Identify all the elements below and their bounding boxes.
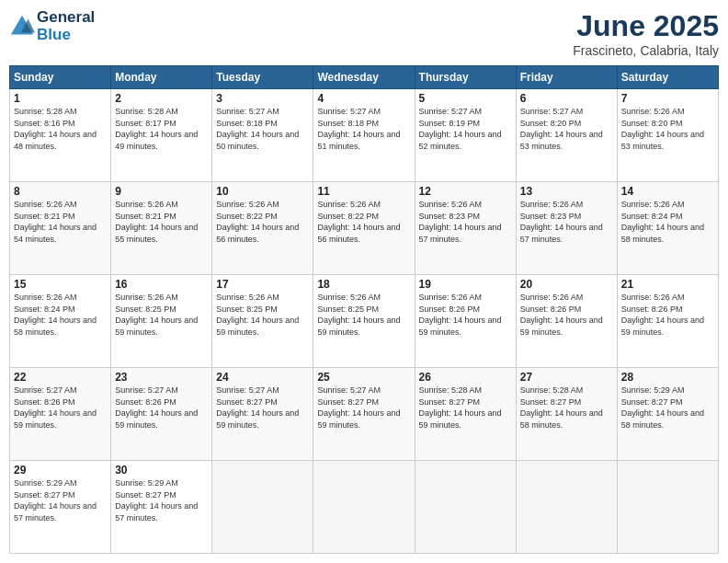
day-info: Sunrise: 5:27 AMSunset: 8:27 PMDaylight:… <box>216 385 299 430</box>
day-info: Sunrise: 5:28 AMSunset: 8:17 PMDaylight:… <box>115 107 198 151</box>
calendar-cell: 17Sunrise: 5:26 AMSunset: 8:25 PMDayligh… <box>212 275 313 368</box>
weekday-header: Wednesday <box>313 66 415 89</box>
day-number: 22 <box>14 371 107 384</box>
day-number: 26 <box>419 371 512 384</box>
day-number: 28 <box>621 371 714 384</box>
day-number: 9 <box>115 185 208 198</box>
month-title: June 2025 <box>573 9 719 43</box>
day-number: 13 <box>520 185 613 198</box>
day-info: Sunrise: 5:28 AMSunset: 8:16 PMDaylight:… <box>14 107 97 151</box>
calendar-cell: 19Sunrise: 5:26 AMSunset: 8:26 PMDayligh… <box>415 275 516 368</box>
calendar-cell: 12Sunrise: 5:26 AMSunset: 8:23 PMDayligh… <box>415 182 516 275</box>
day-number: 16 <box>115 278 208 291</box>
day-number: 23 <box>115 371 208 384</box>
day-info: Sunrise: 5:26 AMSunset: 8:24 PMDaylight:… <box>14 293 97 337</box>
calendar-cell <box>617 461 718 554</box>
calendar-cell: 4Sunrise: 5:27 AMSunset: 8:18 PMDaylight… <box>313 89 415 182</box>
calendar-cell: 3Sunrise: 5:27 AMSunset: 8:18 PMDaylight… <box>212 89 313 182</box>
weekday-header: Monday <box>111 66 212 89</box>
day-info: Sunrise: 5:28 AMSunset: 8:27 PMDaylight:… <box>520 385 603 430</box>
day-number: 20 <box>520 278 613 291</box>
calendar-cell: 5Sunrise: 5:27 AMSunset: 8:19 PMDaylight… <box>415 89 516 182</box>
day-info: Sunrise: 5:26 AMSunset: 8:23 PMDaylight:… <box>419 200 502 244</box>
day-number: 2 <box>115 92 208 105</box>
calendar-cell: 29Sunrise: 5:29 AMSunset: 8:27 PMDayligh… <box>10 461 111 554</box>
logo: General Blue <box>9 9 95 43</box>
calendar-cell: 6Sunrise: 5:27 AMSunset: 8:20 PMDaylight… <box>516 89 617 182</box>
calendar-cell: 7Sunrise: 5:26 AMSunset: 8:20 PMDaylight… <box>617 89 718 182</box>
calendar-cell: 27Sunrise: 5:28 AMSunset: 8:27 PMDayligh… <box>516 368 617 461</box>
day-info: Sunrise: 5:26 AMSunset: 8:22 PMDaylight:… <box>317 200 400 244</box>
day-info: Sunrise: 5:27 AMSunset: 8:27 PMDaylight:… <box>317 385 400 430</box>
calendar-cell: 26Sunrise: 5:28 AMSunset: 8:27 PMDayligh… <box>415 368 516 461</box>
day-info: Sunrise: 5:26 AMSunset: 8:26 PMDaylight:… <box>520 293 603 337</box>
calendar-cell: 2Sunrise: 5:28 AMSunset: 8:17 PMDaylight… <box>111 89 212 182</box>
calendar-cell: 15Sunrise: 5:26 AMSunset: 8:24 PMDayligh… <box>10 275 111 368</box>
day-info: Sunrise: 5:26 AMSunset: 8:22 PMDaylight:… <box>216 200 299 244</box>
day-number: 11 <box>317 185 410 198</box>
day-info: Sunrise: 5:27 AMSunset: 8:19 PMDaylight:… <box>419 107 502 151</box>
weekday-header: Friday <box>516 66 617 89</box>
day-number: 17 <box>216 278 309 291</box>
day-number: 19 <box>419 278 512 291</box>
calendar-cell: 20Sunrise: 5:26 AMSunset: 8:26 PMDayligh… <box>516 275 617 368</box>
calendar: SundayMondayTuesdayWednesdayThursdayFrid… <box>9 65 719 554</box>
day-info: Sunrise: 5:26 AMSunset: 8:24 PMDaylight:… <box>621 200 704 244</box>
day-number: 14 <box>621 185 714 198</box>
day-number: 30 <box>115 464 208 477</box>
calendar-cell: 18Sunrise: 5:26 AMSunset: 8:25 PMDayligh… <box>313 275 415 368</box>
calendar-cell: 13Sunrise: 5:26 AMSunset: 8:23 PMDayligh… <box>516 182 617 275</box>
day-number: 1 <box>14 92 107 105</box>
day-info: Sunrise: 5:29 AMSunset: 8:27 PMDaylight:… <box>621 385 704 430</box>
day-number: 7 <box>621 92 714 105</box>
day-info: Sunrise: 5:26 AMSunset: 8:25 PMDaylight:… <box>317 293 400 337</box>
calendar-cell <box>313 461 415 554</box>
weekday-header: Sunday <box>10 66 111 89</box>
day-number: 3 <box>216 92 309 105</box>
day-info: Sunrise: 5:27 AMSunset: 8:20 PMDaylight:… <box>520 107 603 151</box>
day-info: Sunrise: 5:26 AMSunset: 8:21 PMDaylight:… <box>115 200 198 244</box>
day-info: Sunrise: 5:27 AMSunset: 8:18 PMDaylight:… <box>317 107 400 151</box>
calendar-cell: 16Sunrise: 5:26 AMSunset: 8:25 PMDayligh… <box>111 275 212 368</box>
calendar-cell: 24Sunrise: 5:27 AMSunset: 8:27 PMDayligh… <box>212 368 313 461</box>
day-number: 10 <box>216 185 309 198</box>
day-number: 12 <box>419 185 512 198</box>
day-number: 4 <box>317 92 410 105</box>
day-info: Sunrise: 5:26 AMSunset: 8:26 PMDaylight:… <box>419 293 502 337</box>
logo-icon <box>9 14 35 40</box>
day-info: Sunrise: 5:26 AMSunset: 8:25 PMDaylight:… <box>115 293 198 337</box>
calendar-cell: 11Sunrise: 5:26 AMSunset: 8:22 PMDayligh… <box>313 182 415 275</box>
day-info: Sunrise: 5:26 AMSunset: 8:21 PMDaylight:… <box>14 200 97 244</box>
day-info: Sunrise: 5:27 AMSunset: 8:26 PMDaylight:… <box>115 385 198 430</box>
day-number: 5 <box>419 92 512 105</box>
calendar-cell: 9Sunrise: 5:26 AMSunset: 8:21 PMDaylight… <box>111 182 212 275</box>
calendar-cell: 1Sunrise: 5:28 AMSunset: 8:16 PMDaylight… <box>10 89 111 182</box>
calendar-cell: 28Sunrise: 5:29 AMSunset: 8:27 PMDayligh… <box>617 368 718 461</box>
calendar-cell: 8Sunrise: 5:26 AMSunset: 8:21 PMDaylight… <box>10 182 111 275</box>
day-info: Sunrise: 5:26 AMSunset: 8:23 PMDaylight:… <box>520 200 603 244</box>
day-info: Sunrise: 5:28 AMSunset: 8:27 PMDaylight:… <box>419 385 502 430</box>
calendar-cell: 30Sunrise: 5:29 AMSunset: 8:27 PMDayligh… <box>111 461 212 554</box>
title-block: June 2025 Frascineto, Calabria, Italy <box>573 9 719 58</box>
day-info: Sunrise: 5:26 AMSunset: 8:26 PMDaylight:… <box>621 293 704 337</box>
calendar-cell: 14Sunrise: 5:26 AMSunset: 8:24 PMDayligh… <box>617 182 718 275</box>
day-number: 18 <box>317 278 410 291</box>
day-number: 6 <box>520 92 613 105</box>
day-number: 27 <box>520 371 613 384</box>
day-info: Sunrise: 5:26 AMSunset: 8:20 PMDaylight:… <box>621 107 704 151</box>
weekday-header: Saturday <box>617 66 718 89</box>
calendar-cell: 21Sunrise: 5:26 AMSunset: 8:26 PMDayligh… <box>617 275 718 368</box>
day-info: Sunrise: 5:27 AMSunset: 8:26 PMDaylight:… <box>14 385 97 430</box>
calendar-cell: 25Sunrise: 5:27 AMSunset: 8:27 PMDayligh… <box>313 368 415 461</box>
location: Frascineto, Calabria, Italy <box>573 43 719 58</box>
day-info: Sunrise: 5:29 AMSunset: 8:27 PMDaylight:… <box>14 478 97 523</box>
day-number: 24 <box>216 371 309 384</box>
day-info: Sunrise: 5:29 AMSunset: 8:27 PMDaylight:… <box>115 478 198 523</box>
day-info: Sunrise: 5:26 AMSunset: 8:25 PMDaylight:… <box>216 293 299 337</box>
day-number: 8 <box>14 185 107 198</box>
day-number: 21 <box>621 278 714 291</box>
calendar-cell: 10Sunrise: 5:26 AMSunset: 8:22 PMDayligh… <box>212 182 313 275</box>
day-number: 25 <box>317 371 410 384</box>
header: General Blue June 2025 Frascineto, Calab… <box>9 9 719 58</box>
day-number: 29 <box>14 464 107 477</box>
